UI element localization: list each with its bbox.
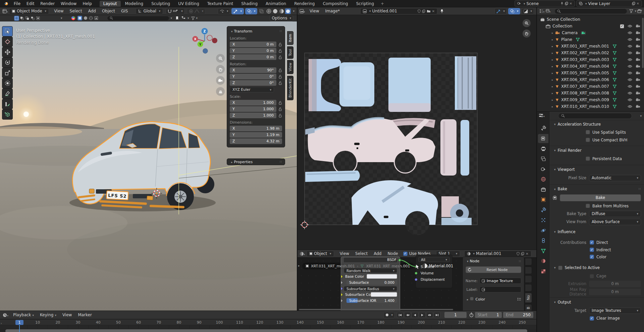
section-influence[interactable]: ▾Influence [549, 227, 644, 237]
image-editor[interactable] [297, 15, 537, 250]
node-sidebar-tab-b[interactable]: B [525, 304, 532, 311]
editor-type-viewport-icon[interactable]: ▾ [2, 9, 8, 13]
outliner-row-xrt.005_xrt_mesh.005[interactable]: ▸XRT.005_XRT_mesh.005 [537, 70, 644, 76]
outliner-row-xrt.004_xrt_mesh.004[interactable]: ▸XRT.004_XRT_mesh.004 [537, 63, 644, 70]
texture-slot-icon[interactable] [77, 16, 82, 20]
tool-annotate-button[interactable] [2, 88, 13, 99]
filter-funnel-icon[interactable]: ▾ [629, 9, 636, 13]
transform-orientation[interactable]: Global ▾ [136, 8, 163, 14]
marker-menu[interactable]: Marker [75, 313, 95, 317]
color-checkbox[interactable]: ✓ [590, 255, 594, 259]
hide-eye-icon[interactable] [628, 91, 632, 95]
disable-render-icon[interactable] [636, 51, 640, 55]
location-field-x[interactable]: X0 m [230, 42, 276, 47]
lock-open-icon[interactable] [278, 49, 282, 53]
hide-eye-icon[interactable] [628, 51, 632, 55]
viewport-menu-gis[interactable]: GIS [118, 9, 131, 13]
material-copy-icon[interactable] [521, 252, 524, 256]
jump-to-end-button[interactable] [434, 312, 440, 318]
select-mode-intersect-icon[interactable] [36, 16, 41, 21]
location-field-y[interactable]: Y0 m [230, 48, 276, 54]
overlays-toggle[interactable]: ▾ [245, 8, 258, 14]
use-compact-bvh-row[interactable]: Use Compact BVH [549, 136, 644, 144]
image-menu[interactable]: Image* [322, 9, 343, 13]
editor-type-image-icon[interactable]: ▾ [300, 9, 305, 13]
hide-eye-icon[interactable] [628, 24, 632, 28]
dimensions-field-x[interactable]: X1.98 m [230, 126, 282, 131]
disable-render-icon[interactable] [636, 58, 640, 61]
auto-keying-toggle[interactable]: ▾ [383, 312, 395, 318]
topbar-menu-edit[interactable]: Edit [23, 1, 37, 6]
editor-type-shader-icon[interactable]: ▾ [300, 252, 305, 256]
properties-tab-output[interactable] [538, 144, 548, 153]
disable-render-icon[interactable] [636, 38, 640, 41]
image-datablock[interactable]: ▾ Untitled.001 ✕ [360, 8, 437, 14]
node-sidebar-tab-node[interactable]: No [525, 293, 532, 303]
timeline-track-area[interactable] [0, 325, 537, 329]
add-workspace-button[interactable]: + [378, 1, 387, 6]
compact-bvh-checkbox[interactable] [586, 138, 590, 142]
rotation-field-x[interactable]: X90° [230, 67, 276, 73]
end-frame-field[interactable]: End250 [503, 312, 533, 318]
selected-to-active-checkbox[interactable] [558, 266, 562, 270]
persistent-data-checkbox[interactable] [586, 156, 590, 161]
outliner-row-xrt.007_xrt_mesh.007[interactable]: ▸XRT.007_XRT_mesh.007 [537, 83, 644, 90]
shader-menu-add[interactable]: Add [371, 251, 384, 256]
select-mode-invert-icon[interactable] [30, 16, 35, 21]
rotation-field-y[interactable]: Y0° [230, 74, 276, 79]
editor-type-properties-icon[interactable]: ▾ [539, 113, 545, 118]
workspace-tab-modeling[interactable]: Modeling [121, 1, 147, 7]
snap-toggle-group[interactable]: ▾ [166, 8, 185, 14]
node-sidebar-tab-empty-1[interactable] [525, 258, 532, 265]
cage-checkbox[interactable] [590, 274, 594, 278]
current-frame-field[interactable]: 1 [444, 312, 467, 318]
properties-tab-constraints[interactable] [538, 236, 548, 245]
tool-rotate-button[interactable] [2, 57, 13, 68]
lock-open-icon[interactable] [278, 114, 282, 118]
playback-menu[interactable]: Playback▾ [10, 313, 37, 317]
play-button[interactable] [419, 312, 426, 318]
outliner-row-camera[interactable]: ▸Camera [537, 29, 644, 36]
start-frame-field[interactable]: Start1 [475, 312, 502, 318]
unlink-scene-icon[interactable]: ✕ [570, 2, 572, 5]
hide-eye-icon[interactable] [628, 85, 632, 88]
tool-scale-button[interactable] [2, 68, 13, 78]
disable-render-icon[interactable] [636, 31, 640, 35]
image-zoom-button[interactable] [523, 19, 531, 27]
workspace-tab-sculpting[interactable]: Sculpting [148, 1, 174, 7]
base-color-swatch[interactable] [367, 274, 397, 279]
navigation-gizmo[interactable]: Z X Y [191, 24, 224, 58]
indirect-checkbox[interactable]: ✓ [590, 248, 594, 252]
extrusion-field[interactable]: 0 m [589, 281, 641, 287]
node-sidebar-tab-empty-2[interactable] [525, 267, 532, 274]
select-mode-subtract-icon[interactable] [25, 16, 30, 21]
subsurface-color-swatch[interactable] [371, 292, 397, 297]
use-nodes-checkbox[interactable]: ✓ [403, 252, 408, 256]
workspace-tab-shading[interactable]: Shading [237, 1, 261, 7]
tool-transform-button[interactable] [2, 78, 13, 88]
pin-icon[interactable] [560, 2, 564, 5]
section-output[interactable]: ▾Output [549, 297, 644, 307]
tool-filter-icon[interactable]: ▾ [191, 16, 198, 20]
scale-field-y[interactable]: Y1.000 [230, 106, 276, 112]
section-bake[interactable]: ▾Bake∷ [549, 185, 644, 193]
shading-solid-icon[interactable] [272, 8, 278, 14]
subsurface-radius-dropdown[interactable]: Subsurface Radius▾ [344, 286, 397, 291]
sidebar-tab-blenderkit[interactable]: BlenderKit [287, 76, 293, 100]
lock-open-icon[interactable] [278, 101, 282, 105]
pattern-icon[interactable] [89, 16, 93, 20]
properties-tab-data[interactable] [538, 246, 548, 255]
hide-eye-icon[interactable] [628, 98, 632, 102]
properties-tab-object[interactable] [538, 195, 548, 204]
persistent-data-row[interactable]: Persistent Data [549, 155, 644, 162]
transform-panel-header[interactable]: ▾Transform [230, 29, 252, 34]
lock-open-icon[interactable] [278, 75, 282, 79]
select-mode-extend-icon[interactable] [19, 16, 24, 21]
new-scene-icon[interactable] [565, 2, 568, 5]
disable-render-icon[interactable] [636, 85, 640, 88]
shader-menu-node[interactable]: Node [384, 251, 401, 256]
bake-multires-checkbox[interactable] [586, 204, 590, 208]
unlink-image-icon[interactable]: ✕ [432, 9, 435, 13]
outliner-row-scene-collection[interactable]: Scene Collection [537, 16, 644, 23]
location-field-z[interactable]: Z0 m [230, 54, 276, 60]
